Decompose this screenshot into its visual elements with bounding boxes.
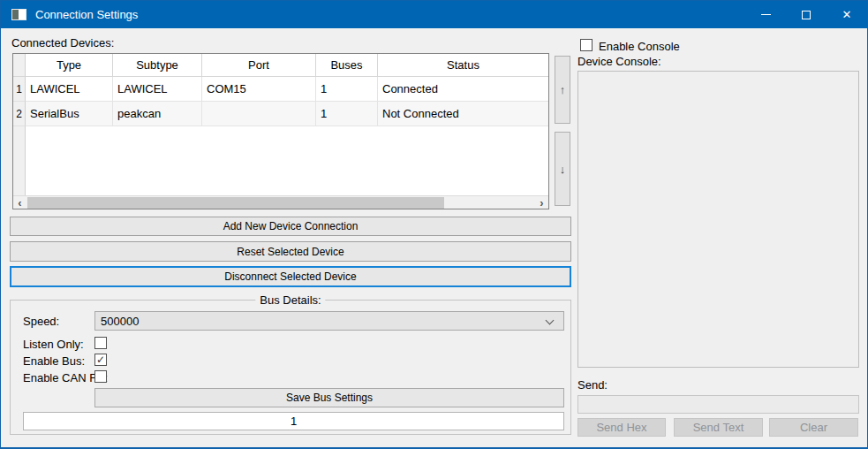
chevron-down-icon [546,316,555,325]
cell-status[interactable]: Not Connected [378,102,548,126]
move-up-button[interactable]: ↑ [555,56,570,124]
row-header[interactable]: 2 [13,102,26,126]
scroll-left-icon[interactable]: ‹ [13,196,26,209]
bus-details-group: Bus Details: Speed: 500000 Listen Only: … [10,300,571,435]
enable-bus-checkbox[interactable]: ✓ [94,354,107,366]
move-down-button[interactable]: ↓ [555,132,570,206]
row-header[interactable]: 1 [13,77,26,102]
speed-combobox[interactable]: 500000 [94,311,564,331]
send-text-button[interactable]: Send Text [674,418,763,437]
column-header-subtype[interactable]: Subtype [113,54,202,77]
cell-subtype[interactable]: peakcan [113,102,202,126]
listen-only-label: Listen Only: [23,338,84,351]
reset-selected-device-button[interactable]: Reset Selected Device [10,241,571,262]
listen-only-checkbox[interactable] [94,337,107,349]
cell-buses[interactable]: 1 [316,77,378,102]
disconnect-selected-device-button[interactable]: Disconnect Selected Device [10,266,571,287]
scroll-right-icon[interactable]: › [535,196,548,209]
maximize-icon [802,11,811,19]
cell-type[interactable]: SerialBus [26,102,113,126]
clear-button[interactable]: Clear [769,418,858,437]
connected-devices-label: Connected Devices: [11,36,114,49]
enable-can-fd-checkbox[interactable] [94,370,107,383]
check-icon: ✓ [96,354,105,365]
maximize-button[interactable] [786,1,826,28]
horizontal-scrollbar-thumb[interactable] [27,197,444,209]
bus-number-field[interactable]: 1 [23,412,564,430]
table-row[interactable]: 2 SerialBus peakcan 1 Not Connected [13,102,548,126]
titlebar[interactable]: Connection Settings ✕ [1,1,867,28]
window-title: Connection Settings [35,8,138,21]
window-controls: ✕ [745,1,867,28]
column-header-port[interactable]: Port [202,54,316,77]
connection-settings-dialog: Connection Settings ✕ Connected Devices:… [0,0,868,449]
cell-buses[interactable]: 1 [316,102,378,126]
column-header-buses[interactable]: Buses [316,54,378,77]
cell-subtype[interactable]: LAWICEL [113,77,202,102]
app-icon[interactable] [11,9,26,20]
send-input[interactable] [577,395,859,414]
device-console-output[interactable] [577,71,859,368]
minimize-icon [761,14,771,15]
table-row[interactable]: 1 LAWICEL LAWICEL COM15 1 Connected [13,77,548,102]
column-header-status[interactable]: Status [378,54,548,77]
send-hex-button[interactable]: Send Hex [577,418,666,437]
send-label: Send: [577,378,608,392]
minimize-button[interactable] [745,1,786,28]
table-header-row: Type Subtype Port Buses Status [13,54,548,77]
speed-value: 500000 [101,315,139,328]
save-bus-settings-button[interactable]: Save Bus Settings [94,388,564,407]
down-arrow-icon: ↓ [560,163,566,176]
add-new-device-button[interactable]: Add New Device Connection [10,217,571,236]
cell-port[interactable]: COM15 [202,77,316,102]
cell-type[interactable]: LAWICEL [26,77,113,102]
devices-table[interactable]: Type Subtype Port Buses Status 1 LAWICEL… [12,53,549,209]
cell-status[interactable]: Connected [378,77,548,102]
close-button[interactable]: ✕ [826,1,867,28]
enable-console-label: Enable Console [599,40,680,53]
enable-console-checkbox[interactable] [580,39,593,51]
table-empty-area [26,126,548,195]
column-header-type[interactable]: Type [26,54,113,77]
enable-bus-label: Enable Bus: [23,354,85,368]
cell-port[interactable] [202,102,316,126]
bus-details-legend: Bus Details: [255,293,325,307]
table-corner-cell [13,54,26,77]
horizontal-scrollbar[interactable]: ‹ › [13,195,548,209]
close-icon: ✕ [842,9,852,20]
speed-label: Speed: [23,315,59,328]
up-arrow-icon: ↑ [560,83,566,96]
table-empty-row-header-area [13,126,26,195]
device-console-label: Device Console: [577,55,661,68]
